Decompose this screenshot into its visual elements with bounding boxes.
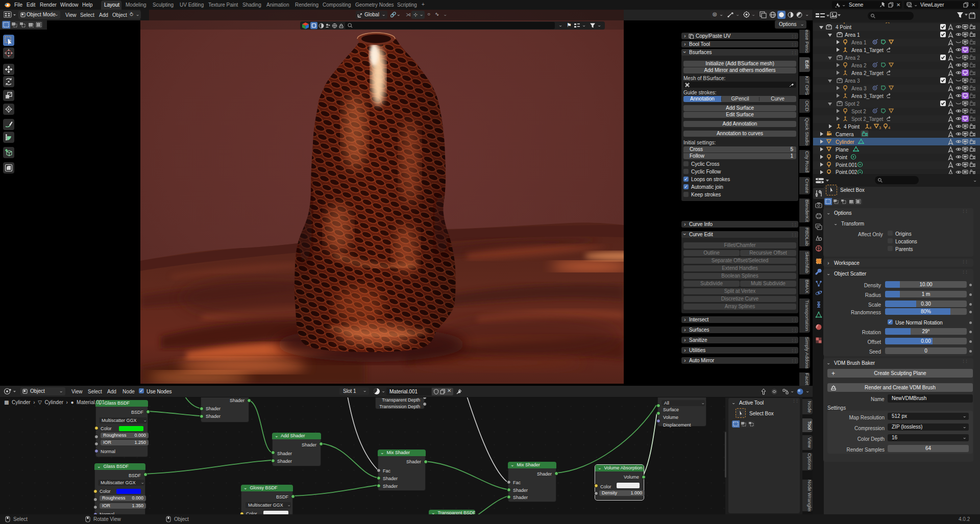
svg-text:3: 3 [879,126,881,130]
svg-text:Area 3: Area 3 [851,86,867,91]
svg-text:Area 2: Area 2 [845,55,860,61]
svg-text:Area 1: Area 1 [845,32,860,38]
svg-text:Area 1_Target: Area 1_Target [851,47,884,53]
svg-text:4: 4 [869,126,871,130]
svg-text:Area 3: Area 3 [845,78,860,84]
svg-text:Spot 2: Spot 2 [845,101,860,107]
svg-text:Spot 2_Target: Spot 2_Target [851,116,883,122]
svg-text:Cylinder: Cylinder [836,139,854,145]
svg-text:4 Point: 4 Point [836,24,851,30]
svg-text:Point.002: Point.002 [836,169,857,174]
svg-text:Area 2_Target: Area 2_Target [851,70,884,76]
svg-text:Point.001: Point.001 [836,162,857,168]
svg-text:Spot 2: Spot 2 [851,109,866,114]
svg-text:Camera: Camera [836,132,854,137]
svg-text:Plane: Plane [836,147,849,153]
svg-text:Area 3_Target: Area 3_Target [851,93,884,99]
svg-text:4 Point: 4 Point [844,124,860,130]
svg-text:Area 1: Area 1 [851,40,867,45]
svg-text:Point: Point [836,155,847,160]
svg-text:Area 2: Area 2 [851,63,867,68]
svg-text:4: 4 [888,126,890,130]
